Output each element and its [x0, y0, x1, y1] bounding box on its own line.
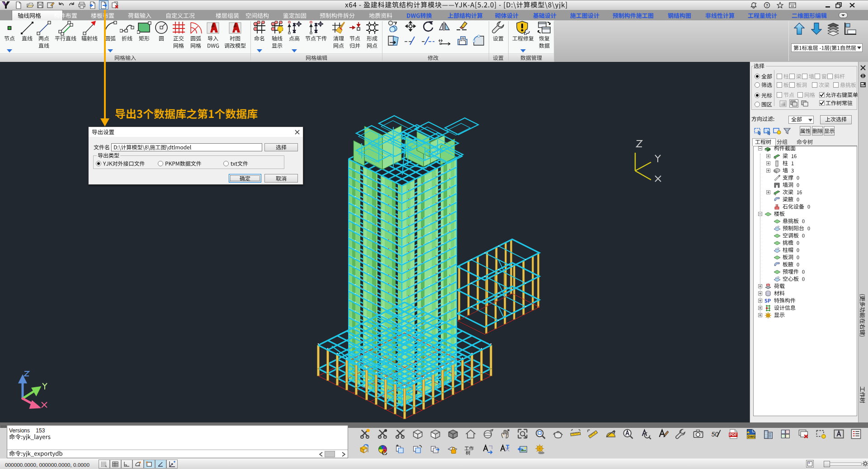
- svg-text:Versions 153: Versions 153: [9, 427, 45, 434]
- svg-text:PDF: PDF: [730, 432, 737, 437]
- svg-text:DWG: DWG: [748, 435, 756, 439]
- svg-text:000000.0000, 000000.0000, 0.00: 000000.0000, 000000.0000, 0.0000: [5, 462, 90, 468]
- svg-text:?: ?: [766, 3, 769, 8]
